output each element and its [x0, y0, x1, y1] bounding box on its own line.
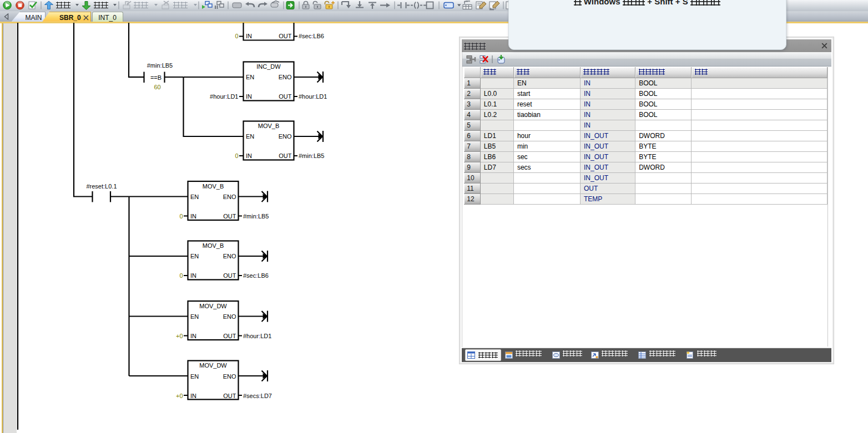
svg-text:#hour:LD1: #hour:LD1 [210, 93, 238, 100]
svg-text:#hour:LD1: #hour:LD1 [243, 333, 271, 339]
svg-text:ENO: ENO [223, 253, 236, 259]
svg-text:IN: IN [246, 93, 252, 100]
svg-text:ENO: ENO [279, 74, 292, 80]
svg-text:OUT: OUT [279, 152, 292, 159]
svg-text:#hour:LD1: #hour:LD1 [299, 93, 327, 100]
svg-text:IN: IN [246, 33, 252, 39]
svg-text:#secs:LD7: #secs:LD7 [243, 393, 272, 399]
svg-text:IN: IN [246, 152, 252, 159]
svg-text:ENO: ENO [223, 373, 236, 380]
svg-text:MOV_DW: MOV_DW [199, 362, 227, 369]
svg-text:+0: +0 [176, 333, 183, 339]
svg-text:EN: EN [190, 193, 199, 200]
svg-text:IN: IN [190, 393, 196, 399]
svg-text:OUT: OUT [223, 213, 236, 220]
svg-text:OUT: OUT [279, 93, 292, 100]
svg-text:EN: EN [246, 74, 254, 80]
svg-text:#min:LB5: #min:LB5 [243, 213, 269, 220]
svg-text:#sec:LB6: #sec:LB6 [243, 272, 269, 279]
svg-text:EN: EN [190, 253, 199, 259]
svg-text:MOV_B: MOV_B [203, 183, 224, 190]
svg-text:0: 0 [235, 152, 238, 159]
svg-text:MOV_B: MOV_B [203, 242, 224, 249]
svg-text:#sec:LB6: #sec:LB6 [299, 33, 324, 39]
svg-text:ENO: ENO [279, 133, 292, 140]
svg-text:EN: EN [190, 313, 199, 320]
svg-text:IN: IN [190, 333, 196, 339]
svg-text:OUT: OUT [223, 393, 236, 399]
svg-text:0: 0 [179, 213, 183, 220]
svg-text:ENO: ENO [223, 313, 236, 320]
svg-text:EN: EN [190, 373, 199, 380]
svg-text:#min:LB5: #min:LB5 [147, 62, 173, 69]
svg-text:#reset:L0.1: #reset:L0.1 [86, 183, 117, 190]
svg-text:OUT: OUT [223, 333, 236, 339]
svg-text:0: 0 [235, 33, 238, 39]
svg-text:OUT: OUT [223, 272, 236, 279]
svg-text:INC_DW: INC_DW [256, 63, 281, 70]
svg-text:MOV_DW: MOV_DW [199, 303, 227, 309]
svg-text:OUT: OUT [279, 33, 292, 39]
svg-text:+0: +0 [176, 393, 183, 399]
svg-text:==B: ==B [150, 74, 162, 81]
svg-text:0: 0 [179, 272, 183, 279]
svg-text:#min:LB5: #min:LB5 [299, 152, 324, 159]
svg-text:ENO: ENO [223, 193, 236, 200]
svg-text:60: 60 [154, 84, 160, 90]
svg-text:MOV_B: MOV_B [258, 123, 280, 129]
svg-text:IN: IN [190, 272, 196, 279]
svg-text:EN: EN [246, 133, 254, 140]
svg-text:IN: IN [190, 213, 196, 220]
